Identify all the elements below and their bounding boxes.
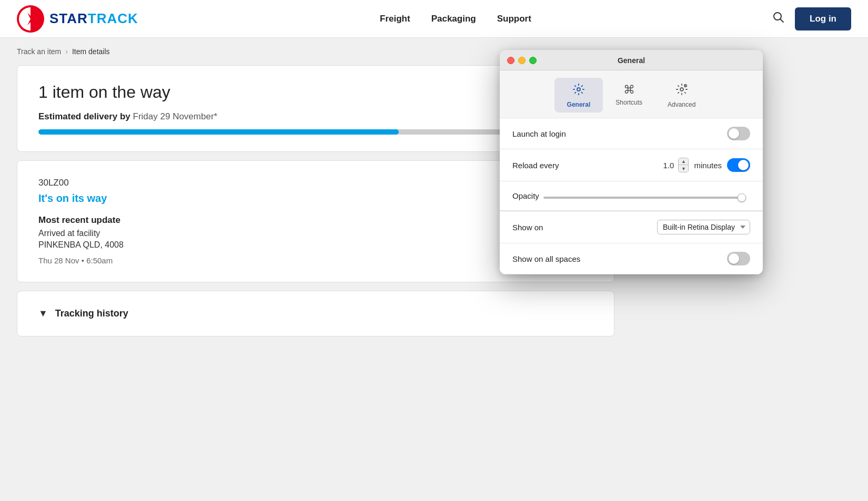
minimize-button[interactable] [518,57,526,64]
opacity-slider[interactable] [543,197,746,199]
opacity-slider-wrap [543,191,746,201]
mac-settings-content: Launch at login Reload every 1.0 ▲ ▼ min… [500,118,763,274]
show-on-all-spaces-row: Show on all spaces [500,243,763,274]
nav-freight[interactable]: Freight [380,14,410,24]
show-on-row: Show on Built-in Retina Display External… [500,211,763,243]
minutes-label: minutes [694,161,722,170]
reload-every-label: Reload every [512,161,559,170]
show-on-all-spaces-label: Show on all spaces [512,254,580,263]
close-button[interactable] [507,57,514,64]
nav-support[interactable]: Support [497,14,531,24]
header: STARTRACK Freight Packaging Support Log … [0,0,868,38]
traffic-lights [507,57,537,64]
command-icon: ⌘ [623,83,635,97]
show-on-select[interactable]: Built-in Retina Display External Display [657,220,750,234]
estimated-date-val: Friday 29 November* [133,111,218,121]
opacity-row: Opacity [500,181,763,211]
stepper-buttons: ▲ ▼ [678,158,689,172]
svg-point-3 [577,88,580,91]
login-button[interactable]: Log in [795,7,851,30]
logo: STARTRACK [17,5,138,33]
tracking-history-card[interactable]: ▼ Tracking history [17,291,614,336]
logo-text: STARTRACK [49,11,138,27]
breadcrumb-separator: › [65,47,68,56]
maximize-button[interactable] [529,57,537,64]
show-on-label: Show on [512,223,543,232]
stepper-down-button[interactable]: ▼ [679,165,688,172]
tab-shortcuts-label: Shortcuts [615,99,642,106]
svg-line-2 [781,19,784,22]
main-nav: Freight Packaging Support [380,14,531,24]
stepper-up-button[interactable]: ▲ [679,158,688,165]
history-chevron-icon[interactable]: ▼ [38,308,48,319]
breadcrumb-current: Item details [72,47,110,56]
search-icon [773,12,784,23]
progress-bar-fill [38,129,399,135]
tab-advanced-label: Advanced [668,101,695,108]
stepper-value: 1.0 [659,161,674,170]
history-label: Tracking history [55,308,128,319]
nav-packaging[interactable]: Packaging [431,14,476,24]
search-button[interactable] [773,12,784,26]
advanced-icon [675,83,688,99]
reload-every-toggle[interactable] [727,158,750,172]
tab-general[interactable]: General [554,78,603,113]
tab-shortcuts[interactable]: ⌘ Shortcuts [603,78,655,113]
launch-at-login-row: Launch at login [500,118,763,149]
mac-window: General General ⌘ Shortcuts [500,50,763,274]
mac-tabs: General ⌘ Shortcuts Advanced [500,70,763,118]
breadcrumb-track-link[interactable]: Track an item [17,47,61,56]
tab-advanced[interactable]: Advanced [655,78,708,113]
window-title: General [618,56,645,65]
opacity-label: Opacity [512,191,539,200]
estimated-prefix: Estimated delivery by [38,111,130,121]
reload-every-row: Reload every 1.0 ▲ ▼ minutes [500,149,763,181]
gear-icon [572,83,585,99]
show-on-all-spaces-toggle[interactable] [727,252,750,265]
reload-every-controls: 1.0 ▲ ▼ minutes [659,158,750,172]
stepper: 1.0 ▲ ▼ [659,158,689,172]
tab-general-label: General [567,101,591,108]
launch-at-login-label: Launch at login [512,129,566,138]
logo-icon [17,5,44,33]
launch-at-login-toggle[interactable] [727,127,750,140]
mac-titlebar: General [500,50,763,70]
svg-point-4 [680,88,683,91]
header-right: Log in [773,7,851,30]
